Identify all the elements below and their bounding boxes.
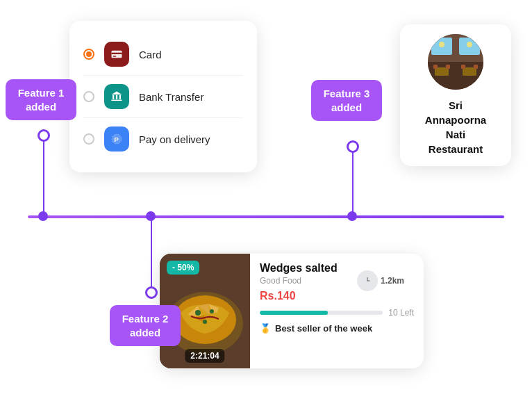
pay-icon: P bbox=[104, 126, 129, 152]
svg-point-25 bbox=[195, 310, 201, 316]
distance-row: 1.2km bbox=[357, 270, 404, 291]
best-seller-text: Best seller of the week bbox=[275, 323, 372, 334]
distance-text: 1.2km bbox=[381, 276, 404, 286]
progress-bar bbox=[260, 311, 383, 315]
svg-rect-17 bbox=[446, 65, 450, 69]
restaurant-card: SriAnnapoornaNatiRestaurant bbox=[400, 24, 511, 166]
timeline-dot-2 bbox=[146, 211, 156, 221]
food-left: 10 Left bbox=[388, 308, 414, 318]
restaurant-image bbox=[428, 34, 483, 90]
delivery-label: Pay on delivery bbox=[139, 133, 210, 145]
payment-option-delivery[interactable]: P Pay on delivery bbox=[83, 118, 243, 160]
distance-icon bbox=[357, 270, 378, 291]
svg-rect-18 bbox=[461, 65, 465, 69]
radio-bank[interactable] bbox=[83, 91, 94, 102]
best-seller: 🥇 Best seller of the week bbox=[260, 323, 414, 334]
discount-badge: - 50% bbox=[167, 261, 199, 275]
svg-marker-3 bbox=[112, 92, 122, 95]
bank-label: Bank Transfer bbox=[139, 91, 203, 103]
connector-2 bbox=[151, 217, 152, 293]
svg-rect-4 bbox=[113, 95, 114, 99]
timer-badge: 2:21:04 bbox=[185, 349, 224, 363]
timeline-dot-3 bbox=[347, 211, 357, 221]
svg-rect-1 bbox=[112, 53, 122, 54]
feature-badge-2: Feature 2added bbox=[110, 305, 181, 346]
connector-1 bbox=[43, 135, 44, 215]
svg-point-26 bbox=[210, 309, 214, 313]
svg-rect-2 bbox=[113, 56, 117, 57]
progress-fill bbox=[260, 311, 328, 315]
radio-card[interactable] bbox=[83, 49, 94, 60]
timeline-dot-1 bbox=[38, 211, 48, 221]
svg-rect-6 bbox=[119, 95, 121, 99]
card-label: Card bbox=[139, 49, 162, 60]
food-details: 1.2km Wedges salted Good Food Rs.140 10 … bbox=[250, 254, 424, 368]
bank-icon bbox=[104, 84, 129, 109]
food-price: Rs.140 bbox=[260, 290, 414, 302]
payment-option-bank[interactable]: Bank Transfer bbox=[83, 76, 243, 118]
svg-rect-16 bbox=[433, 65, 438, 69]
radio-delivery[interactable] bbox=[83, 133, 94, 145]
svg-point-20 bbox=[439, 42, 444, 47]
svg-point-27 bbox=[203, 320, 207, 324]
svg-rect-19 bbox=[474, 65, 478, 69]
connector-3 bbox=[352, 146, 354, 215]
food-card: - 50% 2:21:04 1.2km Wedges salted Good F… bbox=[160, 254, 424, 368]
payment-option-card[interactable]: Card bbox=[83, 33, 243, 76]
food-progress-row: 10 Left bbox=[260, 308, 414, 318]
svg-text:P: P bbox=[114, 136, 119, 143]
connector-circle-1 bbox=[38, 129, 50, 142]
svg-rect-7 bbox=[112, 100, 122, 101]
svg-point-21 bbox=[467, 42, 472, 47]
medal-icon: 🥇 bbox=[260, 323, 271, 334]
timeline-line bbox=[28, 215, 504, 218]
restaurant-name: SriAnnapoornaNatiRestaurant bbox=[410, 98, 501, 156]
payment-card: Card Bank Transfer P Pay on delivery bbox=[69, 21, 257, 172]
card-icon bbox=[104, 42, 129, 67]
feature-badge-1: Feature 1added bbox=[6, 79, 76, 120]
feature-badge-3: Feature 3added bbox=[311, 80, 382, 121]
svg-rect-5 bbox=[116, 95, 117, 99]
connector-circle-2 bbox=[145, 286, 158, 299]
connector-circle-3 bbox=[347, 140, 359, 153]
